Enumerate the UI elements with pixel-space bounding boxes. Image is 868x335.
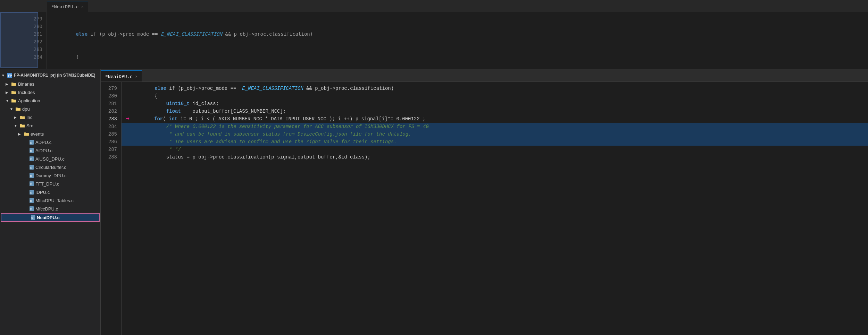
- dummy-label: Dummy_DPU.c: [35, 173, 67, 178]
- folder-open-icon: [11, 98, 17, 103]
- code-area: 279 280 281 282 283 284 285 286 287 288 …: [101, 82, 868, 335]
- mfcctable-label: MfccDPU_Tables.c: [35, 198, 74, 203]
- c-file-icon: C: [29, 164, 34, 170]
- sidebar-item-mfcctable[interactable]: C MfccDPU_Tables.c: [0, 196, 100, 205]
- sidebar-item-inc[interactable]: ▶ Inc: [0, 113, 100, 121]
- top-tab-label: *NeaiDPU.c: [51, 4, 78, 9]
- circ-label: CircularBuffer.c: [35, 165, 66, 170]
- includes-label: Includes: [18, 90, 35, 95]
- aiusc-label: AiUSC_DPU.c: [35, 156, 65, 162]
- events-label: events: [31, 131, 44, 137]
- svg-text:C: C: [30, 199, 32, 203]
- dpu-label: dpu: [22, 106, 30, 112]
- sidebar-item-idpu[interactable]: C IDPU.c: [0, 188, 100, 196]
- code-line-285: * and can be found in subsensor status f…: [122, 130, 868, 138]
- chevron-right-icon: ▶: [14, 115, 19, 119]
- sidebar-item-includes[interactable]: ▶ Includes: [0, 88, 100, 96]
- sidebar-item-binaries[interactable]: ▶ Binaries: [0, 80, 100, 88]
- sidebar: ▼ FP FP-AI-MONITOR1_prj (in STM32CubeIDE…: [0, 69, 101, 335]
- sidebar-item-mfccdpu[interactable]: C MfccDPU.c: [0, 205, 100, 213]
- chevron-down-icon: ▼: [6, 99, 11, 103]
- chevron-down-icon: ▼: [14, 124, 19, 128]
- top-tab[interactable]: *NeaiDPU.c ✕: [47, 1, 88, 12]
- chevron-right-icon: ▶: [6, 91, 11, 94]
- chevron-down-icon: ▼: [1, 74, 7, 77]
- project-root[interactable]: ▼ FP FP-AI-MONITOR1_prj (in STM32CubeIDE…: [0, 71, 100, 80]
- sidebar-item-aidpu[interactable]: C AiDPU.c: [0, 146, 100, 155]
- project-label: FP-AI-MONITOR1_prj (in STM32CubeIDE): [14, 73, 95, 78]
- folder-icon: [24, 131, 29, 137]
- blue-selection-box: [0, 12, 38, 68]
- code-line-286: * The users are advised to confirm and u…: [122, 138, 868, 146]
- inc-label: Inc: [26, 115, 32, 120]
- sidebar-item-adpu[interactable]: C ADPU.c: [0, 138, 100, 146]
- code-line-281: uint16_t id_class;: [122, 100, 868, 108]
- sidebar-item-neaidpu[interactable]: C NeaiDPU.c: [1, 213, 100, 222]
- folder-icon: [19, 114, 25, 120]
- sidebar-item-application[interactable]: ▼ Application: [0, 96, 100, 105]
- sidebar-item-dummy[interactable]: C Dummy_DPU.c: [0, 171, 100, 180]
- code-tab-active[interactable]: *NeaiDPU.c ✕: [101, 70, 142, 81]
- project-icon: FP: [7, 72, 12, 78]
- top-code-line: else if (p_obj->proc_mode == E_NEAI_CLAS…: [52, 30, 868, 38]
- binaries-label: Binaries: [18, 81, 34, 87]
- svg-text:C: C: [30, 208, 32, 211]
- code-line-287: * */: [122, 146, 868, 153]
- sidebar-item-dpu[interactable]: ▼ dpu: [0, 105, 100, 113]
- chevron-right-icon: ▶: [6, 82, 11, 86]
- mfccdpu-label: MfccDPU.c: [35, 206, 58, 212]
- sidebar-item-aiusc[interactable]: C AiUSC_DPU.c: [0, 155, 100, 163]
- svg-text:C: C: [30, 141, 32, 144]
- top-tab-close-icon[interactable]: ✕: [81, 5, 84, 9]
- svg-text:C: C: [30, 158, 32, 161]
- code-line-283: ➜ for( int i= 0 ; i < ( AXIS_NUMBER_NCC …: [122, 115, 868, 123]
- code-panel: *NeaiDPU.c ✕ 279 280 281 282 283 284 285…: [101, 69, 868, 335]
- svg-text:C: C: [30, 183, 32, 186]
- c-file-icon: C: [29, 148, 34, 153]
- folder-open-icon: [15, 106, 21, 112]
- line-numbers: 279 280 281 282 283 284 285 286 287 288: [101, 82, 122, 335]
- code-line-280: {: [122, 92, 868, 100]
- arrow-icon: ➜: [126, 115, 130, 123]
- svg-text:C: C: [30, 166, 32, 169]
- svg-text:FP: FP: [8, 74, 12, 77]
- c-file-icon: C: [29, 173, 34, 178]
- c-file-icon: C: [29, 206, 34, 212]
- folder-icon: [11, 89, 17, 95]
- aidpu-label: AiDPU.c: [35, 148, 52, 153]
- tab-label: *NeaiDPU.c: [105, 74, 132, 79]
- src-label: Src: [26, 123, 33, 128]
- c-file-icon: C: [29, 189, 34, 195]
- code-line-284: /* Where 0.000122 is the sensitivity par…: [122, 123, 868, 130]
- idpu-label: IDPU.c: [35, 190, 50, 195]
- svg-text:C: C: [30, 191, 32, 194]
- neaidpu-label: NeaiDPU.c: [37, 215, 60, 220]
- code-line-279: else if (p_obj->proc_mode == E_NEAI_CLAS…: [122, 85, 868, 92]
- c-file-icon: C: [31, 215, 35, 220]
- svg-text:C: C: [30, 174, 32, 178]
- sidebar-item-fft[interactable]: C FFT_DPU.c: [0, 180, 100, 188]
- code-content[interactable]: else if (p_obj->proc_mode == E_NEAI_CLAS…: [122, 82, 868, 335]
- top-tab-bar: *NeaiDPU.c ✕: [0, 0, 868, 12]
- svg-text:C: C: [31, 216, 33, 220]
- c-file-icon: C: [29, 181, 34, 187]
- sidebar-item-events[interactable]: ▶ events: [0, 130, 100, 138]
- c-file-icon: C: [29, 156, 34, 162]
- c-file-icon: C: [29, 139, 34, 145]
- application-label: Application: [18, 98, 40, 103]
- folder-open-icon: [19, 123, 25, 128]
- code-line-282: float output_buffer[CLASS_NUMBER_NCC];: [122, 108, 868, 115]
- svg-text:C: C: [30, 149, 32, 153]
- tab-close-icon[interactable]: ✕: [135, 74, 137, 79]
- sidebar-item-src[interactable]: ▼ Src: [0, 121, 100, 130]
- top-code-line: {: [52, 53, 868, 61]
- chevron-right-icon: ▶: [18, 132, 24, 136]
- adpu-label: ADPU.c: [35, 140, 51, 145]
- code-line-288: status = p_obj->proc.classification(p_si…: [122, 153, 868, 161]
- sidebar-item-circ[interactable]: C CircularBuffer.c: [0, 163, 100, 171]
- fft-label: FFT_DPU.c: [35, 181, 59, 187]
- c-file-icon: C: [29, 198, 34, 203]
- chevron-down-icon: ▼: [10, 107, 15, 111]
- folder-icon: [11, 81, 17, 87]
- tab-bar: *NeaiDPU.c ✕: [101, 69, 868, 82]
